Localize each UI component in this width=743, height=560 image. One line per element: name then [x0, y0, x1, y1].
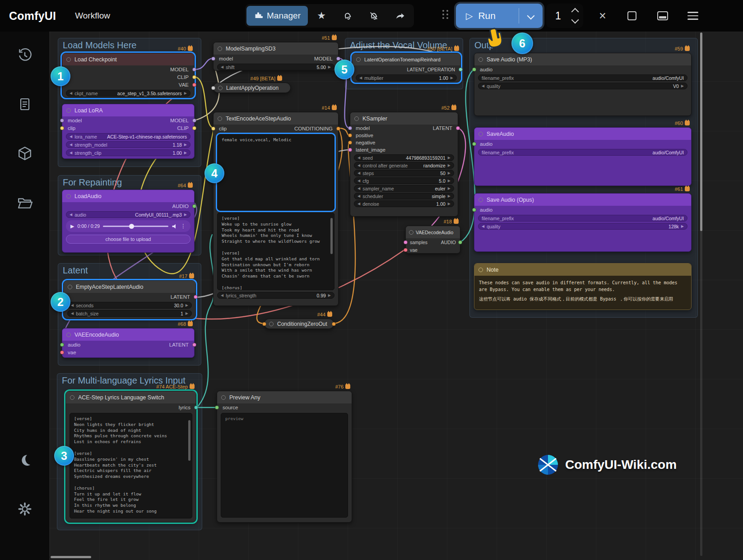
stepper-right-icon[interactable]: ▶ — [448, 179, 450, 183]
sidebar-workflows-button[interactable] — [15, 193, 35, 213]
kebab-menu-icon[interactable]: ⋮ — [181, 223, 186, 229]
favorites-button[interactable]: ★ — [309, 5, 334, 26]
node-header[interactable]: Load LoRA — [62, 104, 194, 116]
collapse-dot-icon[interactable] — [66, 108, 71, 113]
port-model-output[interactable] — [192, 118, 196, 122]
note-body[interactable]: These nodes can save audio in different … — [474, 276, 691, 306]
share-button[interactable] — [387, 5, 413, 26]
port-source-input[interactable] — [215, 405, 219, 409]
widget-denoise[interactable]: ◀ denoise 1.00 ▶ — [354, 200, 454, 207]
widget-steps[interactable]: ◀ steps 50 ▶ — [354, 170, 454, 176]
port-latent-output[interactable] — [192, 342, 196, 347]
node-header[interactable]: LatentOperationTonemapReinhard — [352, 53, 460, 65]
node-note[interactable]: Note These nodes can save audio in diffe… — [474, 263, 692, 310]
port-samples-input[interactable] — [404, 240, 408, 244]
node-header[interactable]: KSampler — [350, 112, 458, 125]
notifications-button[interactable] — [335, 5, 360, 26]
stepper-left-icon[interactable]: ◀ — [70, 213, 72, 217]
stepper-right-icon[interactable]: ▶ — [448, 194, 450, 198]
lyrics-textarea[interactable]: [verse] Woke up to the sunrise glow Took… — [217, 213, 334, 290]
node-header[interactable]: Save Audio (Opus) — [474, 194, 691, 206]
node-header[interactable]: ACE-Step Lyrics Language Switch — [66, 391, 196, 403]
port-vae-output[interactable] — [192, 83, 196, 87]
seek-bar[interactable] — [103, 226, 168, 227]
notifications-off-button[interactable] — [361, 5, 386, 26]
node-text-encode-ace-step[interactable]: #14 TextEncodeAceStepAudio clip CONDITIO… — [213, 112, 339, 306]
node-header[interactable]: ModelSamplingSD3 — [214, 42, 338, 55]
stepper-right-icon[interactable]: ▶ — [184, 92, 187, 95]
port-vae-input[interactable] — [404, 248, 408, 252]
port-model-input[interactable] — [348, 126, 352, 130]
stepper-right-icon[interactable]: ▶ — [328, 294, 331, 297]
stepper-left-icon[interactable]: ◀ — [71, 304, 74, 307]
widget-strength-model[interactable]: ◀ strength_model 1.18 ▶ — [66, 141, 190, 148]
port-audio-input[interactable] — [472, 67, 476, 71]
port-conditioning-input[interactable] — [262, 322, 266, 326]
collapse-dot-icon[interactable] — [68, 285, 72, 289]
node-header[interactable]: Preview Any — [217, 391, 352, 403]
sidebar-history-button[interactable] — [15, 45, 35, 65]
port-clip-input[interactable] — [211, 126, 215, 130]
lyrics-textarea[interactable]: [verse] Neon lights they flicker bright … — [70, 413, 192, 518]
port-audio-input[interactable] — [60, 342, 64, 347]
node-model-sampling-sd3[interactable]: #51 ModelSamplingSD3 model MODEL ◀ shift… — [213, 42, 339, 71]
widget-multiplier[interactable]: ◀ multiplier 1.00 ▶ — [356, 74, 457, 81]
sidebar-logs-button[interactable] — [15, 94, 35, 114]
collapse-dot-icon[interactable] — [218, 86, 223, 90]
node-conditioning-zero-out[interactable]: #44 ConditioningZeroOut — [264, 319, 334, 329]
node-lyrics-language-switch[interactable]: #74 ACE-Step ACE-Step Lyrics Language Sw… — [65, 391, 196, 523]
port-clip-output[interactable] — [192, 75, 196, 79]
stepper-left-icon[interactable]: ◀ — [70, 151, 72, 155]
port-vae-input[interactable] — [60, 350, 64, 354]
stepper-left-icon[interactable]: ◀ — [358, 202, 360, 206]
node-header[interactable]: VAEDecodeAudio — [406, 226, 460, 238]
node-header[interactable]: Save Audio (MP3) — [474, 53, 691, 65]
port-lyrics-output[interactable] — [194, 405, 198, 409]
stepper-left-icon[interactable]: ◀ — [358, 194, 360, 198]
stepper-left-icon[interactable]: ◀ — [482, 225, 484, 228]
tags-textarea[interactable]: female voice,vocal, Melodic — [217, 134, 334, 211]
stepper-left-icon[interactable]: ◀ — [358, 171, 360, 175]
port-model-input[interactable] — [60, 118, 64, 122]
collapse-dot-icon[interactable] — [66, 194, 71, 199]
node-preview-any[interactable]: #76 Preview Any source preview — [217, 391, 352, 523]
collapse-dot-icon[interactable] — [70, 395, 74, 400]
run-options-button[interactable] — [519, 13, 543, 19]
port-model-output[interactable] — [192, 67, 196, 71]
stepper-right-icon[interactable]: ▶ — [448, 156, 450, 160]
collapse-dot-icon[interactable] — [478, 132, 483, 136]
stepper-right-icon[interactable]: ▶ — [448, 202, 450, 206]
node-save-audio-mp3[interactable]: #59 Save Audio (MP3) audio filename_pref… — [474, 53, 692, 116]
collapse-dot-icon[interactable] — [356, 57, 361, 62]
collapse-dot-icon[interactable] — [409, 230, 413, 235]
widget-strength-clip[interactable]: ◀ strength_clip 1.00 ▶ — [66, 149, 190, 156]
widget-lora-name[interactable]: ◀ lora_name ACE-Step-v1-chinese-rap.safe… — [66, 133, 190, 140]
stepper-right-icon[interactable]: ▶ — [681, 84, 684, 88]
stepper-right-icon[interactable]: ▶ — [186, 312, 188, 315]
node-vae-encode-audio[interactable]: #68 VAEEncodeAudio audio LATENT vae — [62, 328, 195, 358]
widget-ckpt-name[interactable]: ◀ ckpt_name ace_step_v1_3.5b.safetensors… — [66, 90, 190, 97]
node-header[interactable]: VAEEncodeAudio — [62, 329, 194, 341]
vertical-scrollbar[interactable] — [700, 32, 702, 556]
port-conditioning-output[interactable] — [336, 126, 340, 130]
port-model-input[interactable] — [211, 56, 215, 60]
stepper-left-icon[interactable]: ◀ — [70, 143, 72, 147]
node-empty-latent-audio[interactable]: #17 EmptyAceStepLatentAudio LATENT ◀ sec… — [63, 280, 196, 319]
stepper-left-icon[interactable]: ◀ — [482, 84, 484, 88]
node-save-audio[interactable]: #60 SaveAudio audio filename_prefix audi… — [474, 127, 692, 186]
stepper-left-icon[interactable]: ◀ — [70, 135, 72, 139]
increment-button[interactable] — [571, 8, 579, 16]
maximize-button[interactable] — [621, 0, 643, 32]
node-header[interactable]: Note — [474, 264, 691, 276]
widget-audio-file[interactable]: ◀ audio ComfyUI_00111_.mp3 ▶ — [66, 211, 190, 218]
node-load-lora[interactable]: Load LoRA model MODEL clip CLIP ◀ lora_n… — [62, 104, 195, 159]
collapse-dot-icon[interactable] — [218, 116, 222, 121]
port-model-output[interactable] — [336, 56, 340, 60]
widget-shift[interactable]: ◀ shift 5.00 ▶ — [217, 64, 334, 70]
port-audio-output[interactable] — [192, 204, 196, 208]
port-negative-input[interactable] — [348, 141, 352, 145]
stepper-left-icon[interactable]: ◀ — [71, 312, 74, 315]
collapse-dot-icon[interactable] — [218, 46, 222, 51]
collapse-dot-icon[interactable] — [269, 322, 274, 326]
port-conditioning-output[interactable] — [332, 322, 336, 326]
